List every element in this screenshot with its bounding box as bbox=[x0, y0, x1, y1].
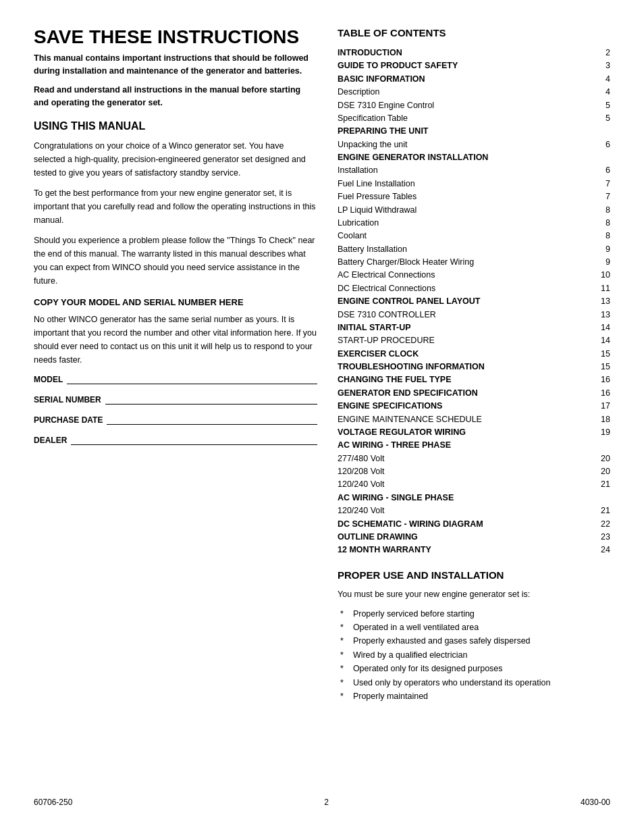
bullet-item: *Properly exhausted and gases safely dis… bbox=[338, 635, 610, 648]
toc-row: EXERCISER CLOCK15 bbox=[338, 348, 610, 361]
toc-page-cell bbox=[591, 492, 610, 504]
toc-label-cell: GENERATOR END SPECIFICATION bbox=[338, 387, 591, 400]
purchase-field: PURCHASE DATE bbox=[34, 414, 317, 425]
toc-row: 120/240 Volt21 bbox=[338, 478, 610, 491]
toc-row: DC Electrical Connections11 bbox=[338, 282, 610, 295]
toc-page-cell: 2 bbox=[591, 47, 610, 59]
bullet-text: Operated in a well ventilated area bbox=[353, 621, 479, 634]
bullet-star-icon: * bbox=[340, 690, 344, 703]
main-title: SAVE THESE INSTRUCTIONS bbox=[34, 27, 317, 48]
toc-label-cell: VOLTAGE REGULATOR WIRING bbox=[338, 426, 591, 439]
toc-row: Lubrication8 bbox=[338, 217, 610, 230]
using-manual-para-1: Congratulations on your choice of a Winc… bbox=[34, 139, 317, 180]
toc-label-cell: Description bbox=[338, 86, 591, 99]
toc-label-cell: 277/480 Volt bbox=[338, 452, 591, 465]
toc-page-cell: 18 bbox=[591, 413, 610, 426]
toc-label-cell: 120/208 Volt bbox=[338, 465, 591, 478]
toc-row: Fuel Line Installation7 bbox=[338, 178, 610, 190]
proper-use-section: PROPER USE AND INSTALLATION You must be … bbox=[338, 569, 610, 704]
proper-use-title: PROPER USE AND INSTALLATION bbox=[338, 569, 610, 581]
bullet-text: Properly serviced before starting bbox=[353, 608, 475, 621]
dealer-field: DEALER bbox=[34, 434, 317, 445]
model-field: MODEL bbox=[34, 373, 317, 384]
toc-page-cell: 17 bbox=[591, 400, 610, 413]
copy-section-body: No other WINCO generator has the same se… bbox=[34, 313, 317, 367]
toc-label-cell: EXERCISER CLOCK bbox=[338, 348, 591, 361]
dealer-label: DEALER bbox=[34, 436, 67, 445]
toc-page-cell: 21 bbox=[591, 478, 610, 491]
bullet-item: *Wired by a qualified electrician bbox=[338, 649, 610, 662]
toc-label-cell: 12 MONTH WARRANTY bbox=[338, 544, 591, 556]
toc-page-cell: 6 bbox=[591, 164, 610, 177]
toc-label-cell: Specification Table bbox=[338, 112, 591, 125]
toc-row: AC Electrical Connections10 bbox=[338, 269, 610, 282]
toc-label-cell: ENGINE CONTROL PANEL LAYOUT bbox=[338, 295, 591, 308]
toc-page-cell bbox=[591, 151, 610, 164]
toc-label-cell: Installation bbox=[338, 164, 591, 177]
using-manual-para-3: Should you experience a problem please f… bbox=[34, 234, 317, 288]
toc-row: GUIDE TO PRODUCT SAFETY3 bbox=[338, 59, 610, 72]
toc-row: ENGINE CONTROL PANEL LAYOUT13 bbox=[338, 295, 610, 308]
toc-row: BASIC INFORMATION4 bbox=[338, 73, 610, 86]
toc-row: DSE 7310 CONTROLLER13 bbox=[338, 309, 610, 321]
serial-label: SERIAL NUMBER bbox=[34, 395, 101, 405]
toc-label-cell: Unpacking the unit bbox=[338, 138, 591, 151]
page: SAVE THESE INSTRUCTIONS This manual cont… bbox=[0, 0, 644, 834]
page-footer: 60706-250 2 4030-00 bbox=[34, 798, 610, 807]
toc-row: ENGINE MAINTENANCE SCHEDULE18 bbox=[338, 413, 610, 426]
proper-use-intro: You must be sure your new engine generat… bbox=[338, 588, 610, 601]
toc-page-cell: 9 bbox=[591, 243, 610, 256]
toc-page-cell: 7 bbox=[591, 190, 610, 203]
toc-row: CHANGING THE FUEL TYPE16 bbox=[338, 373, 610, 386]
toc-label-cell: AC Electrical Connections bbox=[338, 269, 591, 282]
toc-page-cell: 6 bbox=[591, 138, 610, 151]
toc-page-cell: 4 bbox=[591, 86, 610, 99]
bullet-star-icon: * bbox=[340, 662, 344, 675]
toc-page-cell: 8 bbox=[591, 217, 610, 230]
toc-page-cell bbox=[591, 439, 610, 452]
bullet-star-icon: * bbox=[340, 649, 344, 662]
toc-label-cell: Battery Charger/Block Heater Wiring bbox=[338, 256, 591, 269]
toc-row: 120/240 Volt21 bbox=[338, 504, 610, 517]
using-manual-para-2: To get the best performance from your ne… bbox=[34, 186, 317, 227]
toc-label-cell: Fuel Pressure Tables bbox=[338, 190, 591, 203]
toc-page-cell: 14 bbox=[591, 321, 610, 334]
bullet-star-icon: * bbox=[340, 635, 344, 648]
dealer-line[interactable] bbox=[71, 434, 317, 445]
toc-row: START-UP PROCEDURE14 bbox=[338, 334, 610, 347]
toc-page-cell: 13 bbox=[591, 295, 610, 308]
toc-page-cell: 8 bbox=[591, 204, 610, 217]
toc-row: TROUBLESHOOTING INFORMATION15 bbox=[338, 361, 610, 373]
bullet-item: *Used only by operators who understand i… bbox=[338, 677, 610, 689]
toc-row: ENGINE GENERATOR INSTALLATION bbox=[338, 151, 610, 164]
toc-row: GENERATOR END SPECIFICATION16 bbox=[338, 387, 610, 400]
toc-label-cell: Coolant bbox=[338, 230, 591, 242]
toc-label-cell: DC SCHEMATIC - WIRING DIAGRAM bbox=[338, 518, 591, 531]
footer-center: 2 bbox=[324, 798, 329, 807]
toc-label-cell: LP Liquid Withdrawal bbox=[338, 204, 591, 217]
model-line[interactable] bbox=[67, 373, 317, 384]
toc-page-cell: 16 bbox=[591, 373, 610, 386]
purchase-label: PURCHASE DATE bbox=[34, 415, 103, 425]
bullet-item: *Operated only for its designed purposes bbox=[338, 662, 610, 675]
toc-label-cell: DSE 7310 CONTROLLER bbox=[338, 309, 591, 321]
toc-page-cell: 9 bbox=[591, 256, 610, 269]
toc-row: OUTLINE DRAWING23 bbox=[338, 531, 610, 544]
toc-label-cell: CHANGING THE FUEL TYPE bbox=[338, 373, 591, 386]
toc-row: DC SCHEMATIC - WIRING DIAGRAM22 bbox=[338, 518, 610, 531]
serial-line[interactable] bbox=[105, 394, 317, 405]
toc-label-cell: 120/240 Volt bbox=[338, 504, 591, 517]
purchase-line[interactable] bbox=[107, 414, 317, 425]
footer-right: 4030-00 bbox=[581, 798, 610, 807]
toc-label-cell: ENGINE SPECIFICATIONS bbox=[338, 400, 591, 413]
bullet-star-icon: * bbox=[340, 677, 344, 689]
toc-page-cell: 24 bbox=[591, 544, 610, 556]
toc-row: DSE 7310 Engine Control5 bbox=[338, 99, 610, 112]
bullet-text: Wired by a qualified electrician bbox=[353, 649, 468, 662]
toc-page-cell: 14 bbox=[591, 334, 610, 347]
toc-row: Battery Charger/Block Heater Wiring9 bbox=[338, 256, 610, 269]
toc-page-cell: 19 bbox=[591, 426, 610, 439]
toc-row: PREPARING THE UNIT bbox=[338, 125, 610, 138]
toc-row: Description4 bbox=[338, 86, 610, 99]
toc-label-cell: INTRODUCTION bbox=[338, 47, 591, 59]
